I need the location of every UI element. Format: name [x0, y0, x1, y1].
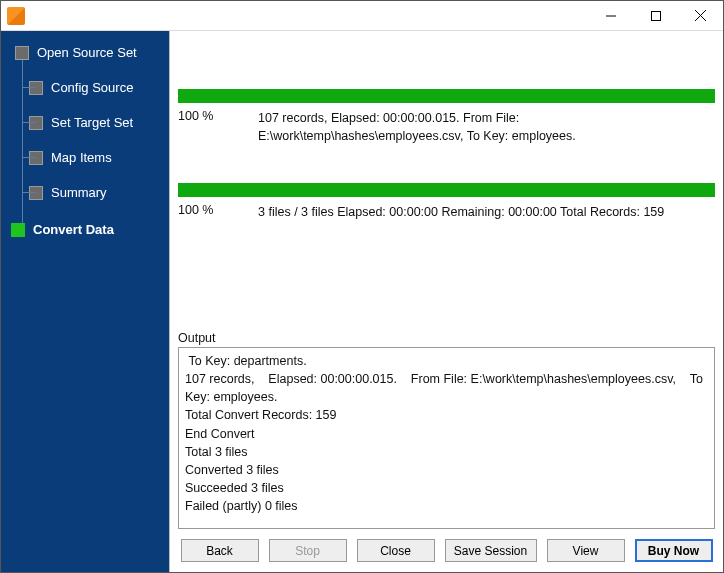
progress-area: 100 % 107 records, Elapsed: 00:00:00.015…: [170, 31, 723, 331]
stop-button: Stop: [269, 539, 347, 562]
wizard-sidebar: Open Source Set Config Source Set Target…: [1, 31, 169, 572]
nav-set-target-set[interactable]: Set Target Set: [29, 111, 169, 134]
nav-label: Convert Data: [33, 222, 114, 237]
nav-label: Set Target Set: [51, 115, 133, 130]
buy-now-button[interactable]: Buy Now: [635, 539, 713, 562]
nav-summary[interactable]: Summary: [29, 181, 169, 204]
close-window-button[interactable]: [678, 1, 723, 30]
nav-label: Summary: [51, 185, 107, 200]
view-button[interactable]: View: [547, 539, 625, 562]
nav-open-source-set[interactable]: Open Source Set: [15, 41, 169, 64]
output-log[interactable]: To Key: departments. 107 records, Elapse…: [178, 347, 715, 529]
nav-config-source[interactable]: Config Source: [29, 76, 169, 99]
overall-progress-bar: [178, 183, 715, 197]
window-controls: [588, 1, 723, 30]
app-icon: [7, 7, 25, 25]
file-progress-block: 100 % 107 records, Elapsed: 00:00:00.015…: [178, 89, 715, 145]
maximize-button[interactable]: [633, 1, 678, 30]
nav-label: Open Source Set: [37, 45, 137, 60]
overall-progress-details: 3 files / 3 files Elapsed: 00:00:00 Rema…: [258, 203, 715, 221]
close-button[interactable]: Close: [357, 539, 435, 562]
nav-convert-data[interactable]: Convert Data: [11, 218, 169, 241]
nav-map-items[interactable]: Map Items: [29, 146, 169, 169]
tree-connector: [22, 53, 23, 233]
overall-progress-block: 100 % 3 files / 3 files Elapsed: 00:00:0…: [178, 183, 715, 221]
output-title: Output: [178, 331, 715, 347]
minimize-button[interactable]: [588, 1, 633, 30]
file-progress-percent: 100 %: [178, 109, 232, 145]
save-session-button[interactable]: Save Session: [445, 539, 537, 562]
step-box-icon: [11, 223, 25, 237]
step-box-icon: [15, 46, 29, 60]
svg-rect-1: [651, 11, 660, 20]
button-bar: Back Stop Close Save Session View Buy No…: [170, 529, 723, 572]
file-progress-details: 107 records, Elapsed: 00:00:00.015. From…: [258, 109, 715, 145]
nav-label: Config Source: [51, 80, 133, 95]
titlebar: [1, 1, 723, 31]
back-button[interactable]: Back: [181, 539, 259, 562]
nav-label: Map Items: [51, 150, 112, 165]
content-panel: 100 % 107 records, Elapsed: 00:00:00.015…: [169, 31, 723, 572]
file-progress-bar: [178, 89, 715, 103]
overall-progress-percent: 100 %: [178, 203, 232, 221]
